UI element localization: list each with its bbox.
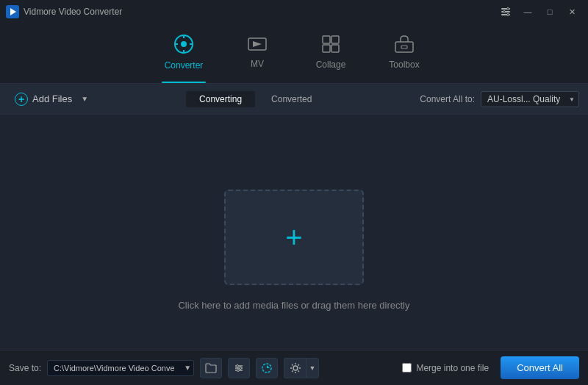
settings-window-btn[interactable]: [495, 4, 516, 20]
converting-tabs: Converting Converted: [91, 91, 420, 107]
clip-settings-btn[interactable]: [228, 358, 250, 378]
convert-all-to-label: Convert All to:: [420, 94, 475, 104]
plus-circle-icon: +: [15, 93, 28, 106]
gear-btn-group: ▼: [284, 358, 319, 378]
nav-bar: Converter MV Collage: [0, 24, 588, 84]
svg-rect-18: [323, 36, 330, 43]
app-icon: [6, 5, 19, 18]
convert-format-wrapper[interactable]: AU-Lossl... Quality: [481, 91, 579, 107]
add-files-button[interactable]: + Add Files: [9, 90, 78, 109]
convert-all-to: Convert All to: AU-Lossl... Quality: [420, 91, 579, 107]
save-to-label: Save to:: [9, 363, 41, 373]
merge-label[interactable]: Merge into one file: [416, 363, 489, 373]
close-btn[interactable]: ✕: [562, 4, 582, 20]
drop-zone[interactable]: +: [224, 190, 364, 285]
drop-zone-plus-icon: +: [285, 223, 302, 252]
tab-toolbox-label: Toolbox: [389, 60, 419, 70]
save-path-input[interactable]: [47, 360, 194, 376]
merge-checkbox[interactable]: [402, 363, 412, 373]
gear-btn[interactable]: [284, 358, 306, 378]
svg-point-28: [240, 367, 242, 369]
tab-collage-label: Collage: [316, 60, 346, 70]
svg-point-29: [237, 369, 240, 371]
title-bar: Vidmore Video Converter — □ ✕: [0, 0, 588, 24]
collage-icon: [321, 35, 340, 57]
app-title-text: Vidmore Video Converter: [24, 7, 495, 17]
gear-dropdown-btn[interactable]: ▼: [306, 358, 319, 378]
refresh-btn[interactable]: [256, 358, 278, 378]
mv-icon: [247, 35, 268, 56]
svg-point-32: [293, 366, 298, 370]
convert-format-select[interactable]: AU-Lossl... Quality: [481, 91, 579, 107]
toolbar: + Add Files ▼ Converting Converted Conve…: [0, 84, 588, 115]
tab-converter[interactable]: Converter: [147, 27, 220, 83]
save-path-dropdown-btn[interactable]: ▼: [184, 364, 191, 372]
drop-hint: Click here to add media files or drag th…: [178, 300, 409, 311]
svg-rect-23: [401, 46, 407, 48]
svg-marker-31: [267, 365, 270, 368]
converter-icon: [173, 34, 194, 57]
tab-converter-label: Converter: [165, 60, 204, 71]
converting-tab[interactable]: Converting: [186, 91, 255, 107]
svg-rect-22: [395, 42, 413, 52]
converted-tab[interactable]: Converted: [258, 91, 325, 107]
main-content: + Click here to add media files or drag …: [0, 115, 588, 385]
merge-checkbox-wrapper: Merge into one file: [402, 363, 489, 373]
svg-rect-19: [331, 36, 339, 43]
svg-point-27: [237, 364, 239, 367]
tab-mv-label: MV: [251, 59, 264, 69]
svg-rect-21: [331, 45, 339, 52]
tab-mv[interactable]: MV: [220, 27, 294, 83]
maximize-btn[interactable]: □: [539, 4, 560, 20]
svg-rect-20: [323, 45, 330, 52]
tab-collage[interactable]: Collage: [294, 27, 368, 83]
svg-point-12: [181, 41, 187, 47]
window-controls: — □ ✕: [495, 4, 582, 20]
add-files-dropdown[interactable]: ▼: [78, 93, 91, 106]
folder-icon-btn[interactable]: [200, 358, 222, 378]
save-path-wrapper: ▼: [47, 360, 194, 376]
tab-toolbox[interactable]: Toolbox: [368, 27, 441, 83]
minimize-btn[interactable]: —: [517, 4, 538, 20]
toolbox-icon: [394, 35, 415, 57]
convert-all-button[interactable]: Convert All: [501, 356, 579, 379]
bottom-bar: Save to: ▼: [0, 350, 588, 385]
add-files-label: Add Files: [32, 93, 72, 104]
